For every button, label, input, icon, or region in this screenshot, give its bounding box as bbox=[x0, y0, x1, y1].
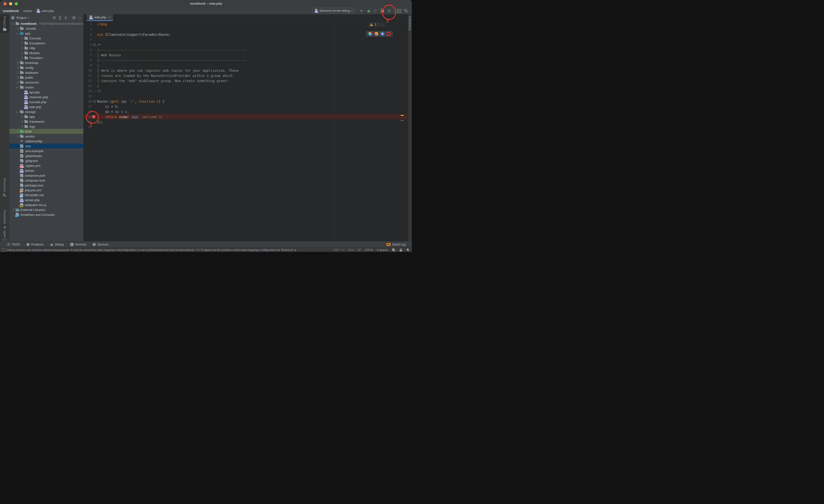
line-number[interactable]: 3 bbox=[83, 33, 92, 36]
code-editor[interactable]: 1<?php23use Illuminate\Support\Facades\R… bbox=[83, 21, 408, 241]
tree-item-app[interactable]: app bbox=[9, 31, 83, 36]
tree-item--env[interactable]: .env bbox=[9, 144, 83, 148]
line-separator[interactable]: LF bbox=[358, 248, 361, 251]
code-line-4[interactable]: 4 bbox=[83, 37, 408, 42]
code-line-15[interactable]: 15 bbox=[83, 94, 408, 99]
tab-web-php[interactable]: PHP web.php ✕ bbox=[87, 14, 113, 21]
gear-icon[interactable] bbox=[72, 16, 76, 20]
code-line-16[interactable]: 16Route::get( uri: '/', function () { bbox=[83, 99, 408, 104]
locate-file-icon[interactable] bbox=[53, 16, 56, 20]
code-line-17[interactable]: 17 $a = 0; bbox=[83, 104, 408, 109]
tree-item-http[interactable]: Http bbox=[9, 45, 83, 50]
chevron-down-icon[interactable]: ▾ bbox=[27, 16, 29, 19]
opera-browser-icon[interactable] bbox=[387, 32, 391, 36]
line-number[interactable]: 17 bbox=[83, 105, 92, 108]
code-line-11[interactable]: 11| routes are loaded by the RouteServic… bbox=[83, 73, 408, 78]
chevron-right-icon[interactable] bbox=[20, 115, 23, 118]
tree-item-console[interactable]: Console bbox=[9, 36, 83, 41]
breadcrumb-folder[interactable]: routes bbox=[23, 9, 32, 13]
chevron-right-icon[interactable] bbox=[16, 66, 18, 69]
line-number[interactable]: 4 bbox=[83, 38, 92, 41]
line-number[interactable]: 5 bbox=[83, 43, 92, 46]
fold-end-icon[interactable]: ⌂ bbox=[94, 90, 95, 92]
error-stripe-mark[interactable] bbox=[401, 120, 404, 121]
chrome-browser-icon[interactable] bbox=[368, 32, 372, 36]
code-line-7[interactable]: 7| Web Routes bbox=[83, 52, 408, 57]
tree-item--gitignore[interactable]: ⊘.gitignore bbox=[9, 158, 83, 163]
inspection-widget[interactable]: 1 ⌃ ⌃ bbox=[368, 22, 385, 27]
tree-item-public[interactable]: public bbox=[9, 75, 83, 80]
toolwindow-button-debug[interactable]: Debug bbox=[50, 243, 64, 246]
tree-item-framework[interactable]: framework bbox=[9, 119, 83, 124]
tree-item-readme-md[interactable]: MDREADME.md bbox=[9, 193, 83, 198]
project-panel-title[interactable]: Project bbox=[16, 16, 26, 20]
event-log-button[interactable]: 9+ Event Log bbox=[386, 243, 406, 246]
attach-debugger-button[interactable]: ↻ bbox=[373, 8, 378, 14]
code-line-6[interactable]: 6|--------------------------------------… bbox=[83, 47, 408, 52]
close-tab-icon[interactable]: ✕ bbox=[108, 16, 111, 19]
chevron-right-icon[interactable] bbox=[20, 37, 23, 39]
code-line-12[interactable]: 12| contains the "web" middleware group.… bbox=[83, 78, 408, 83]
unlock-icon[interactable] bbox=[399, 248, 402, 252]
tree-item-web-php[interactable]: PHPweb.php bbox=[9, 104, 83, 109]
safari-browser-icon[interactable] bbox=[381, 32, 385, 36]
status-message[interactable]: Debug session was finished without being… bbox=[7, 248, 296, 251]
php-interpreter-icon[interactable] bbox=[392, 248, 396, 252]
chevron-right-icon[interactable] bbox=[16, 76, 18, 79]
code-line-14[interactable]: 14⌂*/ bbox=[83, 89, 408, 94]
code-line-20[interactable]: 20⌂}); bbox=[83, 119, 408, 124]
chevron-down-icon[interactable] bbox=[16, 110, 18, 113]
chevron-down-icon[interactable] bbox=[11, 22, 14, 24]
error-stripe-warning[interactable] bbox=[401, 115, 404, 116]
tree-item-models[interactable]: Models bbox=[9, 50, 83, 55]
tree-item-artisan[interactable]: PHPartisan bbox=[9, 168, 83, 173]
tree-item-routes[interactable]: routes bbox=[9, 85, 83, 90]
chevron-right-icon[interactable] bbox=[16, 71, 18, 74]
indent-setting[interactable]: 4 spaces bbox=[377, 248, 388, 251]
sidebar-tab-project[interactable]: Project bbox=[0, 14, 9, 33]
chevron-right-icon[interactable] bbox=[20, 46, 23, 49]
tree-item-scratches-and-consoles[interactable]: Scratches and Consoles bbox=[9, 212, 83, 217]
chevron-right-icon[interactable] bbox=[20, 56, 23, 59]
tree-item-novelbook[interactable]: novelbook~/Self-help/Docker/novelbook/no bbox=[9, 21, 83, 26]
caret-position[interactable]: 21:1 bbox=[348, 248, 354, 251]
fold-marker-icon[interactable] bbox=[93, 100, 96, 103]
tree-item-channels-php[interactable]: PHPchannels.php bbox=[9, 95, 83, 100]
code-line-5[interactable]: 5/* bbox=[83, 42, 408, 47]
tree-item-composer-json[interactable]: {}composer.json bbox=[9, 173, 83, 178]
tree-item-resources[interactable]: resources bbox=[9, 80, 83, 85]
chevron-right-icon[interactable] bbox=[16, 81, 18, 84]
line-number[interactable]: 9 bbox=[83, 64, 92, 67]
tree-item-database[interactable]: database bbox=[9, 70, 83, 75]
toolwindow-button-services[interactable]: Services bbox=[92, 243, 109, 246]
code-line-3[interactable]: 3use Illuminate\Support\Facades\Route; bbox=[83, 32, 408, 37]
code-line-19[interactable]: 19 return view( view: 'welcome'); bbox=[83, 114, 408, 119]
tree-item-vendor[interactable]: vendor bbox=[9, 134, 83, 139]
chevron-right-icon[interactable] bbox=[20, 120, 23, 123]
fold-marker-icon[interactable] bbox=[93, 43, 96, 46]
sidebar-tab-structure[interactable]: Structure bbox=[0, 176, 9, 198]
tree-item-exceptions[interactable]: Exceptions bbox=[9, 41, 83, 45]
tree-item-storage[interactable]: storage bbox=[9, 109, 83, 114]
file-encoding[interactable]: UTF-8 bbox=[365, 248, 373, 251]
toolwindow-toggle-icon[interactable] bbox=[2, 248, 5, 252]
tree-item-webpack-mix-js[interactable]: JSwebpack.mix.js bbox=[9, 203, 83, 207]
tree-item-app[interactable]: app bbox=[9, 114, 83, 119]
line-number[interactable]: 1 bbox=[83, 22, 92, 26]
chevron-down-icon[interactable] bbox=[16, 86, 18, 88]
tree-item-console-php[interactable]: PHPconsole.php bbox=[9, 100, 83, 104]
code-line-2[interactable]: 2 bbox=[83, 27, 408, 32]
chevron-right-icon[interactable] bbox=[11, 208, 14, 211]
line-number[interactable]: 10 bbox=[83, 69, 92, 72]
tree-item-providers[interactable]: Providers bbox=[9, 55, 83, 60]
line-number[interactable]: 12 bbox=[83, 79, 92, 83]
tree-item--vscode[interactable]: .vscode bbox=[9, 26, 83, 31]
firefox-browser-icon[interactable] bbox=[374, 32, 378, 36]
next-problem-icon[interactable]: ⌃ bbox=[381, 23, 383, 26]
chevron-down-icon[interactable] bbox=[16, 32, 18, 34]
tree-item--editorconfig[interactable]: ⚙.editorconfig bbox=[9, 139, 83, 144]
tree-item-logs[interactable]: logs bbox=[9, 124, 83, 129]
tree-item-tests[interactable]: tests bbox=[9, 129, 83, 134]
tree-item--gitattributes[interactable]: .gitattributes bbox=[9, 153, 83, 158]
breadcrumb-file[interactable]: web.php bbox=[42, 9, 54, 13]
